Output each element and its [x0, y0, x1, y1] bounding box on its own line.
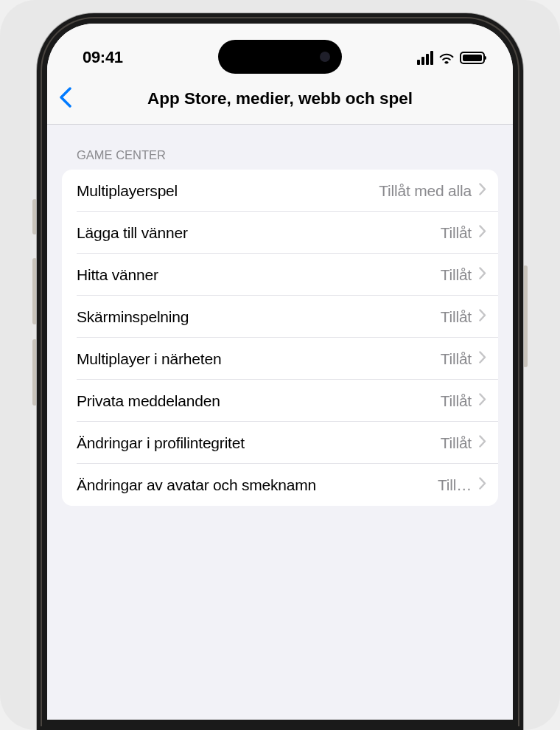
power-button [523, 265, 528, 367]
phone-screen: 09:41 App Store, medier, [47, 24, 513, 720]
row-label: Ändringar i profilintegritet [77, 434, 441, 452]
row-label: Hitta vänner [77, 266, 441, 284]
phone-mockup: 09:41 App Store, medier, [0, 0, 560, 730]
row-screen-recording[interactable]: Skärminspelning Tillåt [62, 296, 498, 338]
row-value: Till… [438, 476, 472, 494]
row-label: Privata meddelanden [77, 392, 441, 410]
chevron-right-icon [479, 393, 486, 409]
chevron-right-icon [479, 309, 486, 324]
status-icons [417, 51, 485, 71]
chevron-right-icon [479, 225, 486, 240]
chevron-right-icon [479, 351, 486, 366]
settings-content: GAME CENTER Multiplayerspel Tillåt med a… [47, 125, 513, 506]
page-title: App Store, medier, webb och spel [147, 89, 413, 108]
row-value: Tillåt [441, 308, 472, 326]
chevron-right-icon [479, 477, 486, 493]
battery-icon [460, 52, 485, 64]
row-value: Tillåt [441, 392, 472, 410]
chevron-right-icon [479, 267, 486, 282]
row-label: Skärminspelning [77, 308, 441, 326]
cellular-signal-icon [417, 51, 433, 65]
section-header-game-center: GAME CENTER [62, 148, 498, 170]
wifi-icon [438, 52, 455, 64]
row-avatar-nickname-changes[interactable]: Ändringar av avatar och smeknamn Till… [62, 464, 498, 506]
row-label: Multiplayerspel [77, 182, 379, 200]
row-value: Tillåt [441, 434, 472, 452]
back-button[interactable] [59, 87, 71, 111]
row-multiplayer-games[interactable]: Multiplayerspel Tillåt med alla [62, 170, 498, 212]
row-label: Lägga till vänner [77, 224, 441, 242]
row-value: Tillåt med alla [379, 182, 472, 200]
chevron-right-icon [479, 435, 486, 451]
row-add-friends[interactable]: Lägga till vänner Tillåt [62, 212, 498, 254]
row-profile-privacy-changes[interactable]: Ändringar i profilintegritet Tillåt [62, 422, 498, 464]
navigation-bar: App Store, medier, webb och spel [47, 74, 513, 125]
row-label: Ändringar av avatar och smeknamn [77, 476, 438, 494]
settings-group-game-center: Multiplayerspel Tillåt med alla Lägga ti… [62, 170, 498, 506]
row-find-friends[interactable]: Hitta vänner Tillåt [62, 254, 498, 296]
row-value: Tillåt [441, 266, 472, 284]
row-nearby-multiplayer[interactable]: Multiplayer i närheten Tillåt [62, 338, 498, 380]
row-private-messages[interactable]: Privata meddelanden Tillåt [62, 380, 498, 422]
status-time: 09:41 [83, 48, 123, 71]
row-value: Tillåt [441, 350, 472, 368]
chevron-right-icon [479, 183, 486, 198]
row-label: Multiplayer i närheten [77, 350, 441, 368]
row-value: Tillåt [441, 224, 472, 242]
phone-frame: 09:41 App Store, medier, [37, 13, 523, 730]
dynamic-island [218, 40, 342, 74]
